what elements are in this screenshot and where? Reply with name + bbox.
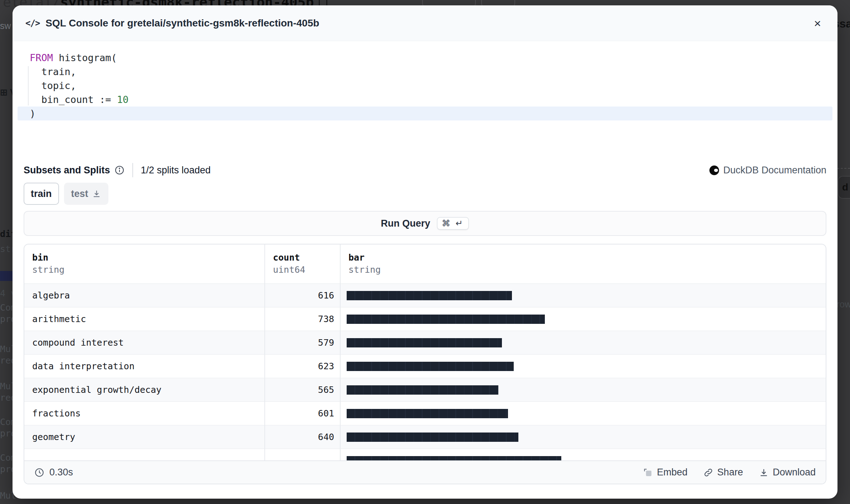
cell-bar — [340, 355, 826, 378]
split-button-train[interactable]: train — [24, 183, 59, 205]
split-buttons: train test — [13, 183, 837, 205]
footer-actions: Embed Share Download — [643, 467, 816, 478]
embed-label: Embed — [657, 467, 688, 478]
cell-bar — [340, 378, 826, 401]
histogram-bar — [347, 291, 512, 300]
download-icon — [92, 189, 101, 198]
column-header-bar[interactable]: bar string — [340, 244, 826, 283]
column-type: string — [32, 265, 264, 275]
histogram-bar — [347, 338, 502, 347]
cell-count: 623 — [264, 355, 340, 378]
close-icon[interactable]: × — [810, 16, 825, 31]
splits-row: Subsets and Splits 1/2 splits loaded Duc… — [13, 163, 837, 178]
cell-bin: arithmetic — [24, 307, 264, 331]
divider — [132, 163, 133, 177]
table-row[interactable] — [24, 449, 826, 460]
column-header-bin[interactable]: bin string — [24, 244, 264, 283]
column-type: uint64 — [273, 265, 340, 275]
histogram-bar — [347, 385, 498, 395]
histogram-bar — [347, 362, 514, 371]
download-label: Download — [773, 467, 816, 478]
cell-bin: geometry — [24, 425, 264, 449]
cell-count: 579 — [264, 331, 340, 354]
column-type: string — [348, 265, 826, 275]
cell-bar — [340, 425, 826, 449]
table-row[interactable]: arithmetic 738 — [24, 307, 826, 331]
splits-heading: Subsets and Splits — [24, 165, 110, 176]
splits-status: 1/2 splits loaded — [141, 165, 211, 176]
cell-count: 640 — [264, 425, 340, 449]
background-fragment: row — [836, 299, 850, 310]
duckdb-logo-icon — [709, 165, 719, 175]
run-query-label: Run Query — [381, 218, 430, 229]
cell-count: 565 — [264, 378, 340, 401]
modal-header: </> SQL Console for gretelai/synthetic-g… — [13, 5, 837, 41]
cell-count — [264, 449, 340, 460]
cell-bin: data interpretation — [24, 355, 264, 378]
duckdb-doc-link[interactable]: DuckDB Documentation — [709, 165, 826, 176]
code-line[interactable]: bin_count := 10 — [30, 93, 837, 107]
split-button-label: train — [31, 188, 52, 199]
kbd-shortcut: ⌘ ↵ — [437, 217, 469, 230]
background-fragment: sw — [0, 21, 11, 31]
share-button[interactable]: Share — [703, 467, 743, 478]
cell-bar — [340, 284, 826, 307]
cell-bar — [340, 449, 826, 460]
results-table: bin string count uint64 bar string algeb… — [24, 244, 826, 484]
code-line[interactable]: train, — [30, 65, 837, 79]
sql-editor[interactable]: FROM histogram( train, topic, bin_count … — [13, 41, 837, 155]
cell-count: 601 — [264, 402, 340, 425]
background-fragment: req — [0, 501, 16, 504]
code-line[interactable]: ) — [30, 107, 837, 120]
histogram-bar — [347, 315, 545, 324]
query-time: 0.30s — [34, 467, 73, 478]
download-button[interactable]: Download — [759, 467, 816, 478]
background-divider — [837, 168, 850, 169]
cell-bin: compound interest — [24, 331, 264, 354]
background-fragment: d — [838, 176, 850, 199]
info-icon[interactable] — [114, 165, 124, 175]
embed-icon — [643, 468, 653, 478]
indent-guide — [28, 66, 29, 105]
background-selection-bar — [0, 271, 13, 281]
table-header: bin string count uint64 bar string — [24, 244, 826, 284]
duckdb-doc-label: DuckDB Documentation — [723, 165, 826, 176]
share-label: Share — [717, 467, 743, 478]
histogram-bar — [347, 433, 518, 442]
split-button-test[interactable]: test — [64, 183, 108, 205]
download-icon — [759, 468, 769, 478]
column-name: bin — [32, 252, 264, 263]
table-row[interactable]: compound interest 579 — [24, 331, 826, 355]
cell-bar — [340, 402, 826, 425]
histogram-bar — [347, 456, 561, 460]
cell-bin: exponential growth/decay — [24, 378, 264, 401]
embed-button[interactable]: Embed — [643, 467, 688, 478]
table-row[interactable]: algebra 616 — [24, 284, 826, 307]
table-row[interactable]: geometry 640 — [24, 425, 826, 449]
sql-console-modal: </> SQL Console for gretelai/synthetic-g… — [13, 5, 837, 499]
table-body: algebra 616 arithmetic 738 compound inte… — [24, 284, 826, 460]
column-name: bar — [348, 252, 826, 263]
table-row[interactable]: exponential growth/decay 565 — [24, 378, 826, 402]
run-query-button[interactable]: Run Query ⌘ ↵ — [24, 211, 826, 236]
table-footer: 0.30s Embed S — [24, 460, 826, 484]
table-row[interactable]: fractions 601 — [24, 402, 826, 425]
cell-bin: fractions — [24, 402, 264, 425]
modal-title: SQL Console for gretelai/synthetic-gsm8k… — [45, 18, 810, 29]
code-line[interactable]: FROM histogram( — [30, 51, 837, 65]
cell-count: 616 — [264, 284, 340, 307]
code-line[interactable]: topic, — [30, 79, 837, 93]
share-link-icon — [703, 468, 713, 478]
cell-bar — [340, 331, 826, 354]
table-row[interactable]: data interpretation 623 — [24, 355, 826, 378]
histogram-bar — [347, 409, 508, 418]
column-header-count[interactable]: count uint64 — [264, 244, 340, 283]
cell-count: 738 — [264, 307, 340, 331]
cell-bin — [24, 449, 264, 460]
cell-bin: algebra — [24, 284, 264, 307]
code-lines: FROM histogram( train, topic, bin_count … — [30, 51, 837, 120]
split-button-label: test — [71, 188, 88, 199]
code-icon: </> — [25, 18, 40, 28]
cell-bar — [340, 307, 826, 331]
query-time-value: 0.30s — [49, 467, 73, 478]
